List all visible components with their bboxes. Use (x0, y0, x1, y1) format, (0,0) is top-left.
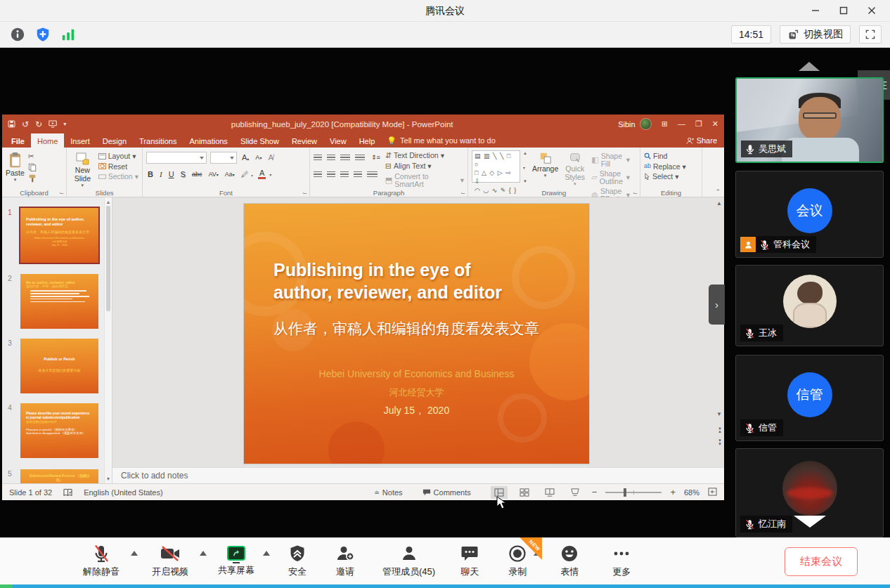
drawing-dialog-launcher[interactable]: ⌙ (633, 190, 638, 196)
share-options-caret[interactable] (263, 551, 270, 556)
share-button[interactable]: Share (686, 133, 717, 148)
arrange-button[interactable]: Arrange▾ (532, 150, 558, 178)
character-spacing-button[interactable]: AV▾ (207, 171, 219, 178)
numbering-button[interactable] (327, 155, 335, 161)
zoom-in-button[interactable]: + (670, 487, 676, 497)
strikethrough-button[interactable]: abc (191, 171, 204, 178)
ribbon-display-options-icon[interactable]: ⊞ (662, 119, 668, 129)
tab-home[interactable]: Home (31, 133, 64, 148)
shape-outline-button[interactable]: ▱Shape Outline ▾ (591, 170, 630, 185)
language-status[interactable]: English (United States) (84, 488, 163, 497)
maximize-icon[interactable] (830, 0, 858, 21)
share-screen-button[interactable]: 共享屏幕 (218, 546, 254, 577)
quick-styles-button[interactable]: Quick Styles▾ (562, 150, 588, 187)
copy-button[interactable] (28, 163, 37, 171)
next-slide-button[interactable]: ▼▼ (718, 439, 722, 446)
section-button[interactable]: Section ▾ (98, 173, 138, 181)
bold-button[interactable]: B (146, 170, 155, 178)
fullscreen-button[interactable] (859, 25, 882, 44)
slideshow-view-button[interactable] (567, 486, 583, 499)
end-meeting-button[interactable]: 结束会议 (785, 547, 858, 576)
cut-button[interactable]: ✂ (28, 152, 37, 160)
reactions-button[interactable]: 表情 (560, 544, 579, 578)
slide-thumbnail-5[interactable]: Submission/Review Process （投稿过程） (20, 469, 98, 483)
bullets-button[interactable] (314, 155, 322, 161)
zoom-slider-handle[interactable] (624, 488, 626, 497)
tab-view[interactable]: View (323, 133, 353, 148)
save-icon[interactable] (8, 120, 15, 128)
participant-tile-wangbing[interactable]: 王冰 (735, 265, 884, 346)
participants-scroll-up-icon[interactable] (799, 62, 820, 71)
participant-tile-wusibin[interactable]: 吴思斌 (735, 77, 884, 163)
switch-view-button[interactable]: 切换视图 (780, 25, 851, 44)
tab-animations[interactable]: Animations (183, 133, 233, 148)
justify-button[interactable] (354, 171, 362, 178)
tab-file[interactable]: File (5, 133, 31, 148)
layout-button[interactable]: Layout ▾ (98, 152, 138, 160)
ppt-restore-icon[interactable]: ❐ (695, 119, 702, 129)
collapse-ribbon-icon[interactable]: ⌃ (715, 188, 721, 195)
increase-indent-button[interactable] (355, 155, 365, 161)
highlight-color-button[interactable]: 🖉 ▾ (240, 170, 254, 178)
thumb-scroll-up-icon[interactable]: ▲ (105, 197, 112, 204)
tab-insert[interactable]: Insert (64, 133, 96, 148)
comments-toggle[interactable]: Comments (423, 488, 471, 497)
paragraph-dialog-launcher[interactable]: ⌙ (460, 190, 465, 196)
manage-members-button[interactable]: 管理成员(45) (382, 544, 435, 578)
align-center-button[interactable] (327, 171, 335, 178)
tell-me-box[interactable]: 💡Tell me what you want to do (381, 133, 501, 148)
new-slide-button[interactable]: New Slide▾ (70, 150, 95, 188)
font-size-combo[interactable] (210, 152, 237, 164)
slide-sorter-view-button[interactable] (516, 486, 533, 499)
audio-options-caret[interactable] (131, 551, 138, 556)
format-painter-button[interactable] (28, 174, 37, 183)
ppt-minimize-icon[interactable]: — (678, 119, 685, 129)
zoom-percentage[interactable]: 68% (684, 488, 699, 497)
clipboard-dialog-launcher[interactable]: ⌙ (59, 190, 64, 196)
align-text-button[interactable]: ⊟Align Text ▾ (385, 162, 464, 170)
font-dialog-launcher[interactable]: ⌙ (302, 190, 307, 196)
align-left-button[interactable] (314, 171, 322, 178)
clear-formatting-button[interactable]: A̸ (266, 153, 274, 162)
font-name-combo[interactable] (146, 152, 207, 164)
unmute-button[interactable]: 解除静音 (83, 544, 120, 578)
record-button[interactable]: NEW 录制 (508, 544, 527, 578)
meeting-info-icon[interactable] (8, 25, 27, 44)
start-video-button[interactable]: 开启视频 (152, 544, 188, 578)
notes-pane[interactable]: Click to add notes (112, 467, 724, 483)
tab-slideshow[interactable]: Slide Show (234, 133, 285, 148)
text-shadow-button[interactable]: S (179, 170, 187, 178)
shrink-font-button[interactable]: A▾ (254, 154, 263, 161)
previous-slide-button[interactable]: ▲▲ (718, 426, 722, 433)
thumbnail-scrollbar[interactable]: ▲ ▼ (104, 197, 112, 483)
change-case-button[interactable]: Aa▾ (224, 171, 236, 178)
slide-thumbnail-1[interactable]: Publishing in the eye of author, reviewe… (20, 208, 98, 263)
invite-button[interactable]: 邀请 (336, 544, 354, 578)
participant-tile-guanke[interactable]: 会议 管科会议 (735, 171, 884, 258)
tab-review[interactable]: Review (285, 133, 323, 148)
current-slide[interactable]: Publishing in the eye of author, reviewe… (244, 204, 589, 464)
shapes-scrollbar[interactable]: ▲▾▼ (523, 151, 527, 183)
participants-scroll-down-icon[interactable] (794, 516, 826, 528)
more-button[interactable]: 更多 (612, 544, 631, 578)
spellcheck-icon[interactable] (63, 488, 72, 497)
video-options-caret[interactable] (200, 551, 207, 556)
convert-smartart-button[interactable]: ⬒Convert to SmartArt ▾ (385, 173, 464, 188)
undo-icon[interactable]: ↺ (22, 119, 29, 129)
thumb-scroll-handle[interactable] (106, 206, 110, 311)
text-direction-button[interactable]: ⇵Text Direction ▾ (385, 152, 464, 159)
ppt-user-avatar[interactable] (640, 118, 652, 130)
security-shield-icon[interactable] (34, 25, 52, 44)
thumb-scroll-down-icon[interactable]: ▼ (105, 476, 112, 481)
tab-transitions[interactable]: Transitions (133, 133, 183, 148)
security-button[interactable]: 安全 (288, 544, 307, 578)
ppt-close-icon[interactable]: ✕ (712, 119, 718, 129)
italic-button[interactable]: I (158, 170, 164, 178)
underline-button[interactable]: U (167, 170, 176, 178)
tab-help[interactable]: Help (353, 133, 382, 148)
zoom-out-button[interactable]: − (592, 487, 598, 497)
reading-view-button[interactable] (541, 486, 558, 499)
zoom-slider[interactable] (605, 492, 662, 493)
shape-fill-button[interactable]: ◧Shape Fill ▾ (591, 152, 630, 167)
slide-thumbnail-2[interactable]: Me as author, reviewer, editor 我为作者，评审，编… (20, 274, 98, 329)
